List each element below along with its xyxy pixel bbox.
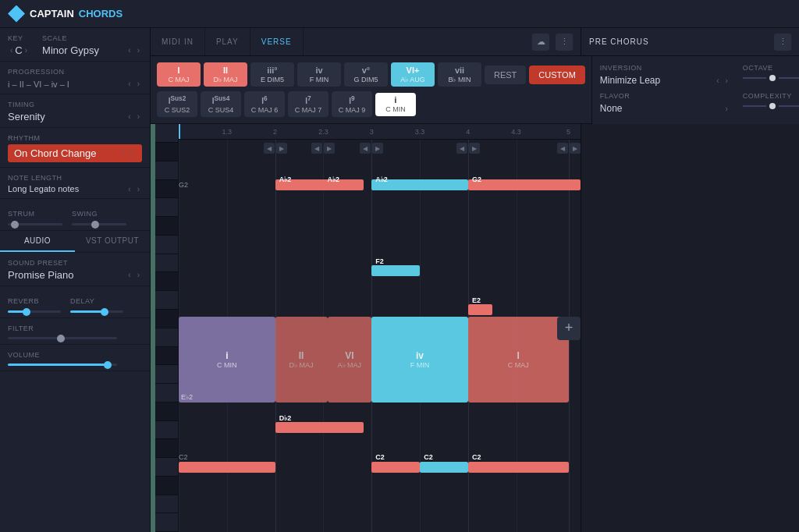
vst-tab[interactable]: VST OUTPUT <box>75 231 150 252</box>
rest-button[interactable]: REST <box>485 66 526 84</box>
inversion-next-arrow[interactable]: › <box>723 76 730 85</box>
piano-key-black9 <box>155 477 178 495</box>
chord-btn-7[interactable]: I7 C MAJ 7 <box>288 91 328 117</box>
collapse-left-2-3[interactable]: ◀ <box>311 143 322 154</box>
verse-label[interactable]: VERSE <box>250 28 304 55</box>
timeline-marker-2: 2 <box>273 128 277 136</box>
rhythm-prev-arrow[interactable]: ‹ <box>119 149 126 158</box>
reverb-slider[interactable] <box>8 310 61 313</box>
chord-btn-9[interactable]: I9 C MAJ 9 <box>332 91 372 117</box>
timeline-marker-4: 4 <box>466 128 470 136</box>
volume-section: VOLUME <box>0 345 150 371</box>
progression-next-arrow[interactable]: › <box>135 80 142 88</box>
chord-btn-II[interactable]: II D♭ MAJ <box>204 62 247 87</box>
chord-btn-sus2[interactable]: ISus2 C SUS2 <box>157 91 197 117</box>
chord-block-VI[interactable]: VI A♭ MAJ <box>328 317 372 403</box>
rhythm-section: RHYTHM On Chord Change ‹ › <box>0 128 150 168</box>
collapse-left-5[interactable]: ◀ <box>557 143 568 154</box>
piano-key-white6 <box>155 328 178 347</box>
strum-slider[interactable] <box>8 223 62 225</box>
note-length-value: Long Legato notes <box>8 184 79 193</box>
scale-prev-arrow[interactable]: ‹ <box>126 46 133 55</box>
add-chord-button[interactable]: + <box>557 317 581 340</box>
volume-slider[interactable] <box>8 364 117 366</box>
chord-btn-sus4[interactable]: ISus4 C SUS4 <box>201 91 241 117</box>
scale-next-arrow[interactable]: › <box>135 46 142 55</box>
chord-btn-I[interactable]: I C MAJ <box>157 62 201 87</box>
chord-VI-roman: VI+ <box>399 66 427 75</box>
audio-tab[interactable]: AUDIO <box>0 231 75 252</box>
collapse-right-2[interactable]: ▶ <box>276 143 287 154</box>
progression-label: PROGRESSION <box>8 68 142 76</box>
collapse-right-5[interactable]: ▶ <box>570 143 581 154</box>
collapse-left-2[interactable]: ◀ <box>264 143 275 154</box>
playhead <box>179 124 180 139</box>
midi-in-label[interactable]: MIDI IN <box>151 28 205 55</box>
collapse-left-4[interactable]: ◀ <box>456 143 467 154</box>
note-bar-db2 <box>275 422 364 433</box>
collapse-arrows-2-3: ◀ ▶ <box>311 143 335 154</box>
swing-group: SWING <box>72 210 126 225</box>
swing-label: SWING <box>72 210 126 218</box>
complexity-dot[interactable] <box>769 103 776 109</box>
collapse-arrows-4: ◀ ▶ <box>456 143 480 154</box>
swing-slider[interactable] <box>72 223 126 225</box>
chord-block-iv[interactable]: iv F MIN <box>371 317 468 403</box>
collapse-left-3[interactable]: ◀ <box>360 143 371 154</box>
collapse-arrows-2: ◀ ▶ <box>264 143 287 154</box>
chord-buttons-row2: ISus2 C SUS2 ISus4 C SUS4 I6 C MAJ 6 I7 … <box>151 91 591 123</box>
octave-dot-3[interactable] <box>769 75 776 81</box>
chord-block-iv-label: iv <box>416 350 424 361</box>
chord-btn-i-min[interactable]: i C MIN <box>375 93 416 116</box>
chord-btn-iii[interactable]: iii° E DIM5 <box>250 62 294 87</box>
key-value: C <box>15 44 22 56</box>
top-bar: CAPTAIN CHORDS <box>0 0 799 28</box>
chord-block-I[interactable]: I C MAJ <box>468 317 569 403</box>
collapse-right-4[interactable]: ▶ <box>469 143 480 154</box>
play-label[interactable]: PLAY <box>205 28 250 55</box>
piano-key-low <box>155 513 178 532</box>
scale-label: SCALE <box>42 34 142 42</box>
timing-next-arrow[interactable]: › <box>135 112 142 121</box>
sound-prev-arrow[interactable]: ‹ <box>126 271 133 279</box>
more-options-icon[interactable]: ⋮ <box>556 34 573 51</box>
custom-button[interactable]: CUSTOM <box>529 66 584 84</box>
progression-prev-arrow[interactable]: ‹ <box>126 80 133 88</box>
app-logo: CAPTAIN CHORDS <box>8 5 123 23</box>
flavor-arrow[interactable]: › <box>723 105 730 113</box>
chord-II-roman: II <box>211 66 240 75</box>
chord-btn-vii[interactable]: vii B♭ MIN <box>438 62 481 87</box>
key-prev-arrow[interactable]: ‹ <box>8 46 15 55</box>
c2-label-1: C2 <box>179 453 188 461</box>
chord-btn-VI[interactable]: VI+ A♭ AUG <box>391 62 435 87</box>
cloud-icon[interactable]: ☁ <box>532 34 549 51</box>
chord-btn-v[interactable]: v° G DIM5 <box>344 62 388 87</box>
collapse-right-3[interactable]: ▶ <box>372 143 383 154</box>
timeline: 1 1.3 2 2.3 3 3.3 4 4.3 5 <box>179 124 581 140</box>
pre-chorus-options-icon[interactable]: ⋮ <box>774 34 791 51</box>
chord-I-roman: I <box>165 66 193 75</box>
piano-keys <box>155 124 179 532</box>
chord-block-II[interactable]: II D♭ MAJ <box>275 317 328 403</box>
timing-prev-arrow[interactable]: ‹ <box>126 112 133 121</box>
chord-btn-6[interactable]: I6 C MAJ 6 <box>244 91 285 117</box>
note-length-next-arrow[interactable]: › <box>135 185 142 193</box>
key-next-arrow[interactable]: › <box>23 46 30 55</box>
delay-slider[interactable] <box>70 310 123 313</box>
filter-slider[interactable] <box>8 337 117 339</box>
piano-key-white11 <box>155 495 178 514</box>
timeline-marker-1-3: 1.3 <box>222 128 233 136</box>
inversion-prev-arrow[interactable]: ‹ <box>714 76 721 85</box>
chord-block-I-sub: C MAJ <box>508 361 529 369</box>
sound-next-arrow[interactable]: › <box>135 271 142 279</box>
swing-thumb <box>91 221 99 229</box>
complexity-label: COMPLEXITY <box>743 92 799 100</box>
note-length-prev-arrow[interactable]: ‹ <box>126 185 133 193</box>
chord-block-i-cmin[interactable]: i C MIN E♭2 <box>179 317 275 403</box>
pre-chorus-title: PRE CHORUS <box>589 37 649 46</box>
rhythm-next-arrow[interactable]: › <box>129 149 136 158</box>
db2-label: D♭2 <box>279 414 292 422</box>
collapse-right-2-3[interactable]: ▶ <box>324 143 335 154</box>
note-bar-c2-blue <box>420 462 468 473</box>
chord-btn-iv[interactable]: iv F MIN <box>297 62 341 87</box>
